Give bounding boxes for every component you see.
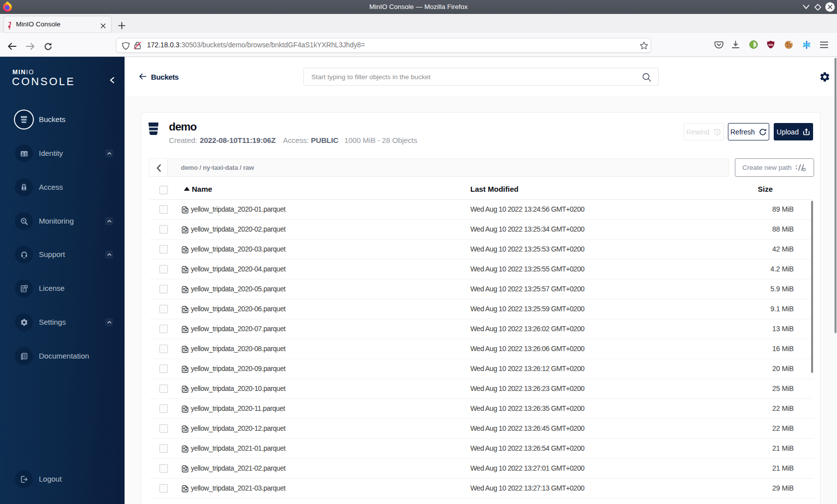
svg-text:uo: uo bbox=[768, 42, 773, 47]
